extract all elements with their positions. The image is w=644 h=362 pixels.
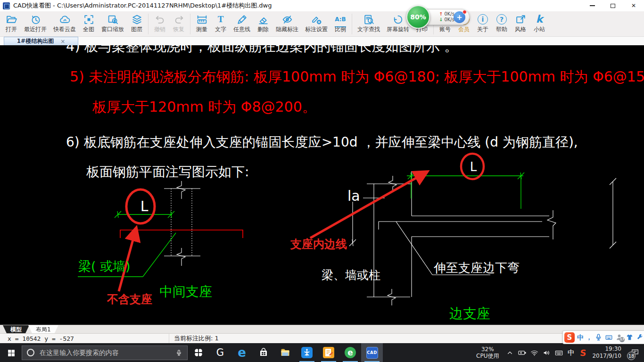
eraser-icon: [257, 13, 269, 25]
taskbar-app-explorer[interactable]: [274, 343, 296, 362]
taskbar-app-edge[interactable]: e: [231, 343, 253, 362]
speaker-icon[interactable]: [540, 343, 553, 362]
toolbar-button-help[interactable]: ? 帮助: [492, 12, 511, 33]
open-folder-icon: [5, 13, 17, 25]
ime-mic-icon[interactable]: [594, 333, 603, 341]
layers-icon: [131, 13, 143, 25]
toolbar-button-recent[interactable]: 最近打开: [21, 12, 50, 33]
toolbar-button-zoom-window[interactable]: 窗口缩放: [98, 12, 127, 33]
toolbar-button-redo[interactable]: 恢复: [169, 12, 188, 33]
ime-keyboard-icon[interactable]: [605, 333, 613, 341]
tray-ime-mode[interactable]: 中: [565, 343, 577, 362]
cad-viewer-icon: CAD: [366, 347, 378, 359]
toolbar-button-freeline[interactable]: 任意线: [230, 12, 254, 33]
toolbar-button-open[interactable]: 打开: [2, 12, 21, 33]
taskbar-app-green-browser[interactable]: e: [339, 343, 361, 362]
taskbar-app-icons: G e e CAD: [188, 343, 383, 362]
taskbar-app-cad-viewer[interactable]: CAD: [361, 343, 383, 362]
recent-clock-icon: [29, 13, 41, 25]
ime-punctuation-icon[interactable]: ，: [586, 334, 592, 340]
bend-down-label: 伸至支座边下弯: [433, 261, 520, 275]
status-bar: x = 10542 y = -527 当前标注比例: 1: [0, 333, 644, 343]
battery-icon[interactable]: [516, 343, 528, 362]
toolbar-button-layers[interactable]: 图层: [127, 12, 146, 33]
ime-skin-icon[interactable]: [626, 333, 634, 341]
toolbar-button-scale[interactable]: A:B 比例: [331, 12, 350, 33]
document-tab[interactable]: 1#楼结构出图 ×: [4, 37, 78, 45]
tab-close-icon[interactable]: ×: [60, 38, 65, 45]
left-beam-wall-label: 梁( 或墙): [78, 259, 131, 273]
file-explorer-icon: [280, 347, 291, 358]
full-extents-icon: [83, 13, 95, 25]
left-diagram-geometry: [78, 181, 243, 291]
toolbar-separator: [190, 14, 190, 34]
beam-wall-column-label: 梁、墙或柱: [322, 268, 380, 282]
g-app-icon: G: [216, 347, 224, 358]
left-middle-support-label: 中间支座: [159, 284, 212, 299]
status-separator: [169, 334, 169, 343]
toolbar-button-hide-markup[interactable]: 隐藏标注: [272, 12, 302, 33]
close-button[interactable]: ✕: [623, 0, 644, 11]
toolbar-button-measure[interactable]: 测量: [192, 12, 211, 33]
taskbar-app-g[interactable]: G: [209, 343, 231, 362]
tab-model[interactable]: 模型: [3, 325, 29, 333]
document-tab-strip: 1#楼结构出图 ×: [0, 37, 644, 45]
main-toolbar: 打开 最近打开 快看云盘 全图 窗口缩放 图层 撤销 恢复: [0, 11, 644, 37]
tray-chevron-icon[interactable]: [504, 343, 516, 362]
minimize-icon: [590, 5, 595, 6]
taskbar-search-box[interactable]: [22, 346, 188, 360]
cursor-coordinates: x = 10542 y = -527: [8, 335, 169, 342]
wifi-icon[interactable]: [528, 343, 540, 362]
start-button[interactable]: [0, 343, 22, 362]
taskbar-app-sogou-browser[interactable]: [188, 343, 209, 362]
toolbar-button-cloud[interactable]: 快看云盘: [50, 12, 79, 33]
rebar-detail-diagrams: L 梁( 或墙) 中间支座 不含支座: [0, 45, 644, 325]
left-not-include-label: 不含支座: [107, 293, 152, 306]
netdisk-icon: [301, 347, 313, 358]
toolbar-button-text[interactable]: T 文字: [211, 12, 230, 33]
toolbar-button-erase[interactable]: 删除: [254, 12, 272, 33]
search-input[interactable]: [39, 348, 171, 357]
annotation-scale: 当前标注比例: 1: [174, 334, 219, 343]
tab-layout1[interactable]: 布局1: [28, 325, 58, 333]
maximize-icon: [611, 4, 615, 8]
cpu-label: CPU使用: [476, 353, 499, 359]
taskbar-app-netdisk[interactable]: [296, 343, 318, 362]
ime-account-icon[interactable]: 17: [615, 333, 623, 341]
action-center-button[interactable]: 18: [626, 343, 644, 362]
cpu-percent: 32%: [476, 346, 499, 353]
drawing-canvas[interactable]: 4) 板与梁整体现浇时，板面纵筋在边梁内的锚固长度如图所示 。 5) 未注明的现…: [0, 45, 644, 325]
ime-settings-wrench-icon[interactable]: [636, 333, 644, 341]
touch-keyboard-icon[interactable]: [553, 343, 565, 362]
memory-percent-ball[interactable]: 80%: [406, 5, 430, 29]
ime-account-badge: 17: [619, 337, 625, 342]
toolbar-button-ksite[interactable]: k 小站: [530, 12, 549, 33]
ime-toolbar[interactable]: S 中 ， 17: [562, 330, 644, 344]
toolbar-button-undo[interactable]: 撤销: [150, 12, 169, 33]
cpu-widget[interactable]: 32% CPU使用: [476, 346, 499, 359]
search-mic-icon[interactable]: [175, 349, 182, 356]
upload-speed: 0K/s: [444, 11, 454, 17]
maximize-button[interactable]: [603, 0, 623, 11]
toolbar-button-find-text[interactable]: 文字查找: [354, 12, 383, 33]
tray-sogou-icon[interactable]: S: [576, 343, 590, 362]
speed-ball-widget[interactable]: ↑0K/s ↓0K/s + 80%: [406, 5, 472, 30]
undo-icon: [154, 13, 166, 25]
toolbar-button-style[interactable]: 风格: [511, 12, 530, 33]
clock-date: 2017/9/10: [592, 353, 621, 360]
question-icon: ?: [495, 13, 508, 25]
info-icon: i: [477, 13, 489, 25]
cortana-icon: [27, 349, 34, 356]
toolbar-button-markup-settings[interactable]: 标注设置: [302, 12, 331, 33]
toolbar-button-fit-extents[interactable]: 全图: [79, 12, 98, 33]
close-icon: ✕: [631, 2, 636, 9]
taskbar-app-notes[interactable]: [318, 343, 339, 362]
text-tool-icon: T: [215, 13, 227, 25]
anchor-length-label: la: [347, 188, 360, 204]
ime-mode-icon[interactable]: 中: [577, 334, 584, 341]
toolbar-button-about[interactable]: i 关于: [473, 12, 492, 33]
taskbar-clock[interactable]: 19:30 2017/9/10: [592, 346, 621, 360]
minimize-button[interactable]: [582, 0, 603, 11]
taskbar-app-store[interactable]: [253, 343, 274, 362]
sogou-logo-icon[interactable]: S: [564, 332, 575, 343]
